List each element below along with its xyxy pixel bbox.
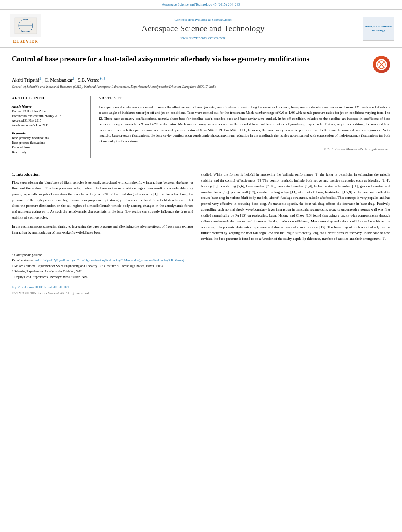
article-body: Control of base pressure for a boat-tail… — [0, 48, 402, 162]
author2-name: , C. Manisankar — [42, 77, 73, 83]
author3-name: , S.B. Verma — [75, 77, 99, 83]
sciencedirect-link[interactable]: ScienceDirect — [212, 18, 231, 22]
star-note: * Corresponding author. — [12, 253, 390, 258]
authors-line: Akriti Tripathi1 , C. Manisankar2 , S.B.… — [12, 76, 390, 83]
journal-url[interactable]: www.elsevier.com/locate/aescte — [51, 36, 355, 40]
affiliation: Council of Scientific and Industrial Res… — [12, 85, 390, 89]
keywords-section: Keywords: Base geometry modifications Ba… — [12, 131, 85, 155]
journal-ref: Aerospace Science and Technology 45 (201… — [8, 2, 394, 6]
dates-list: Received 30 October 2014 Received in rev… — [12, 109, 85, 128]
abstract-heading: ABSTRACT — [99, 96, 390, 102]
email-addresses[interactable]: aakritiitripathi7@gmail.com (A. Tripathi… — [35, 259, 185, 262]
footnote1: 1 Master's Student, Department of Space … — [12, 264, 390, 269]
contents-availability: Contents lists available at ScienceDirec… — [51, 18, 355, 22]
journal-logo-right: Aerospace Science and Technology — [363, 17, 394, 41]
issn-line: 1270-9638/© 2015 Elsevier Masson SAS. Al… — [0, 291, 402, 298]
intro-title: 1. Introduction — [12, 172, 193, 176]
author1-sup: 1 — [39, 76, 41, 80]
contents-label-text: Contents lists available at — [175, 18, 211, 22]
email-line: E-mail addresses: aakritiitripathi7@gmai… — [12, 258, 390, 263]
available-date: Available online 5 June 2015 — [12, 123, 85, 128]
keyword3: Rounded base — [12, 145, 85, 150]
copyright-line: © 2015 Elsevier Masson SAS. All rights r… — [99, 147, 390, 151]
keyword2: Base pressure fluctuations — [12, 141, 85, 145]
doi-line[interactable]: http://dx.doi.org/10.1016/j.ast.2015.05.… — [0, 284, 402, 291]
section-divider — [0, 167, 402, 167]
top-banner: Aerospace Science and Technology 45 (201… — [0, 0, 402, 10]
email-label: E-mail addresses: — [12, 259, 35, 262]
keyword4: Base cavity — [12, 150, 85, 155]
keywords-label: Keywords: — [12, 131, 85, 135]
main-right-column: studied. While the former is helpful in … — [201, 172, 390, 245]
intro-para2: In the past, numerous strategies aiming … — [12, 224, 193, 235]
intro-para1: Flow separation at the blunt base of fli… — [12, 180, 193, 221]
article-info-heading: ARTICLE INFO — [12, 96, 85, 102]
abstract-text: An experimental study was conducted to a… — [99, 104, 390, 144]
article-title-section: Control of base pressure for a boat-tail… — [12, 54, 390, 73]
journal-title: Aerospace Science and Technology — [51, 23, 355, 33]
footnote2: 2 Scientist, Experimental Aerodynamics D… — [12, 269, 390, 274]
author2-sup: 2 — [73, 76, 74, 80]
journal-center-header: Contents lists available at ScienceDirec… — [43, 18, 363, 40]
elsevier-logo: ELSEVIER ELSEVIER — [8, 14, 43, 43]
elsevier-wordmark: ELSEVIER — [13, 39, 38, 43]
crossmark-inner — [376, 59, 387, 70]
received2-date: Received in revised form 26 May 2015 — [12, 114, 85, 119]
svg-text:ELSEVIER: ELSEVIER — [21, 30, 30, 32]
main-left-column: 1. Introduction Flow separation at the b… — [12, 172, 193, 245]
right-logo-text: Aerospace Science and Technology — [365, 25, 392, 32]
keyword1: Base geometry modifications — [12, 136, 85, 141]
page-wrapper: Aerospace Science and Technology 45 (201… — [0, 0, 402, 298]
article-title: Control of base pressure for a boat-tail… — [12, 54, 373, 64]
journal-ref-text: Aerospace Science and Technology 45 (201… — [162, 2, 240, 6]
footnotes-divider — [12, 250, 390, 250]
accepted-date: Accepted 31 May 2015 — [12, 119, 85, 123]
right-para1: studied. While the former is helpful in … — [201, 172, 390, 242]
footnotes-section: * Corresponding author. E-mail addresses… — [0, 247, 402, 284]
article-history: Article history: Received 30 October 201… — [12, 104, 85, 128]
history-label: Article history: — [12, 104, 85, 108]
received1-date: Received 30 October 2014 — [12, 109, 85, 114]
author3-sup: ∗,3 — [99, 76, 105, 80]
info-abstract-section: ARTICLE INFO Article history: Received 3… — [12, 93, 390, 158]
author1-name: Akriti Tripathi — [12, 77, 39, 83]
journal-header: ELSEVIER ELSEVIER Contents lists availab… — [0, 10, 402, 48]
main-content: 1. Introduction Flow separation at the b… — [0, 172, 402, 245]
keywords-list: Base geometry modifications Base pressur… — [12, 136, 85, 155]
footnote3: 3 Deputy Head, Experimental Aerodynamics… — [12, 275, 390, 280]
crossmark-badge[interactable] — [373, 56, 390, 73]
article-info-column: ARTICLE INFO Article history: Received 3… — [12, 96, 91, 158]
elsevier-logo-image: ELSEVIER — [10, 14, 41, 37]
abstract-column: ABSTRACT An experimental study was condu… — [99, 96, 390, 158]
